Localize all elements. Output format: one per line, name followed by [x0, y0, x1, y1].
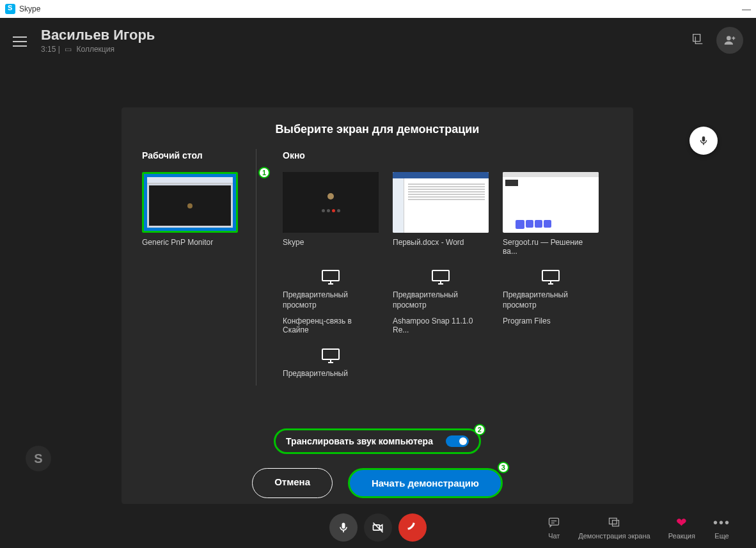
svg-rect-5	[322, 349, 339, 359]
panel-divider	[256, 149, 256, 386]
svg-rect-3	[432, 270, 449, 281]
call-header: Васильев Игорь 3:15 | ▭ Коллекция	[0, 18, 756, 54]
screen-share-panel: Выберите экран для демонстрации Рабочий …	[122, 107, 633, 504]
call-bottom-bar: Чат Демонстрация экрана ❤ Реакция ••• Ещ…	[0, 513, 756, 542]
crop-icon[interactable]	[691, 32, 705, 49]
preview-label: Конференц-связь в Скайпе	[283, 317, 379, 334]
annotation-badge-2: 2	[474, 424, 485, 435]
panel-title: Выберите экран для демонстрации	[142, 123, 613, 136]
more-button[interactable]: ••• Еще	[713, 515, 730, 540]
annotation-badge-1: 1	[258, 167, 270, 178]
window-preview-item[interactable]: Предварительный просмотр Ashampoo Snap 1…	[393, 269, 489, 334]
skype-logo-icon	[5, 4, 15, 14]
window-label: Skype	[283, 238, 379, 247]
window-preview-item-partial[interactable]: Предварительный	[283, 347, 379, 379]
preview-text: Предварительный	[283, 369, 379, 379]
window-label: Sergoot.ru — Решение ва...	[503, 238, 599, 256]
chat-icon	[547, 515, 560, 529]
preview-text: Предварительный просмотр	[283, 290, 379, 310]
svg-rect-10	[613, 521, 619, 526]
svg-rect-6	[342, 523, 345, 529]
desktop-thumb-label: Generic PnP Monitor	[142, 238, 264, 247]
floating-mic-button[interactable]	[689, 127, 718, 155]
minimize-icon[interactable]: —	[742, 4, 751, 14]
window-section-label: Окно	[283, 150, 613, 160]
window-controls: —	[742, 4, 751, 14]
preview-text: Предварительный просмотр	[503, 290, 599, 310]
contact-block: Васильев Игорь 3:15 | ▭ Коллекция	[41, 27, 155, 54]
audio-toggle[interactable]	[446, 435, 469, 447]
annotation-badge-3: 3	[498, 462, 509, 473]
window-thumb-word[interactable]: Первый.docx - Word	[393, 172, 489, 256]
monitor-icon	[283, 347, 379, 365]
desktop-section-label: Рабочий стол	[142, 150, 264, 160]
contact-name: Васильев Игорь	[41, 27, 155, 43]
menu-icon[interactable]	[13, 33, 27, 47]
audio-toggle-row: 2 Транслировать звук компьютера	[274, 428, 481, 454]
collection-label[interactable]: Коллекция	[77, 45, 114, 54]
participant-initial: S	[26, 446, 51, 471]
desktop-thumb-item[interactable]: 1 Generic PnP Monitor	[142, 172, 264, 247]
call-duration: 3:15	[41, 45, 56, 54]
cancel-button[interactable]: Отмена	[252, 468, 333, 498]
more-icon: •••	[713, 515, 730, 529]
window-titlebar: Skype —	[0, 0, 756, 18]
screen-share-button[interactable]: Демонстрация экрана	[578, 515, 650, 540]
hangup-button[interactable]	[398, 513, 427, 542]
preview-label: Program Files	[503, 317, 599, 325]
svg-rect-8	[549, 518, 559, 525]
screen-share-icon	[608, 515, 620, 529]
svg-rect-1	[702, 136, 705, 141]
heart-icon: ❤	[676, 515, 687, 529]
svg-rect-2	[322, 270, 339, 281]
preview-text: Предварительный просмотр	[393, 290, 489, 310]
monitor-icon	[393, 269, 489, 286]
app-root: Васильев Игорь 3:15 | ▭ Коллекция Выбери…	[0, 18, 756, 548]
chat-button[interactable]: Чат	[547, 515, 560, 540]
mute-button[interactable]	[329, 513, 358, 542]
call-meta: 3:15 | ▭ Коллекция	[41, 45, 155, 54]
desktop-thumb[interactable]	[142, 172, 238, 233]
start-share-button[interactable]: Начать демонстрацию	[348, 468, 503, 498]
camera-button[interactable]	[364, 513, 392, 542]
svg-rect-9	[610, 518, 617, 524]
window-preview-item[interactable]: Предварительный просмотр Program Files	[503, 269, 599, 334]
add-participant-button[interactable]	[716, 27, 743, 54]
audio-toggle-label: Транслировать звук компьютера	[286, 436, 433, 446]
window-thumb-skype[interactable]: Skype	[283, 172, 379, 256]
preview-label: Ashampoo Snap 11.1.0 Re...	[393, 317, 489, 334]
reaction-button[interactable]: ❤ Реакция	[668, 515, 695, 540]
monitor-icon	[283, 269, 379, 286]
window-label: Первый.docx - Word	[393, 238, 489, 247]
window-thumb-browser[interactable]: Sergoot.ru — Решение ва...	[503, 172, 599, 256]
monitor-icon	[503, 269, 599, 286]
svg-rect-4	[542, 270, 559, 281]
window-title: Skype	[19, 4, 40, 13]
collection-icon: ▭	[65, 45, 72, 54]
window-preview-item[interactable]: Предварительный просмотр Конференц-связь…	[283, 269, 379, 334]
svg-point-0	[727, 36, 731, 40]
